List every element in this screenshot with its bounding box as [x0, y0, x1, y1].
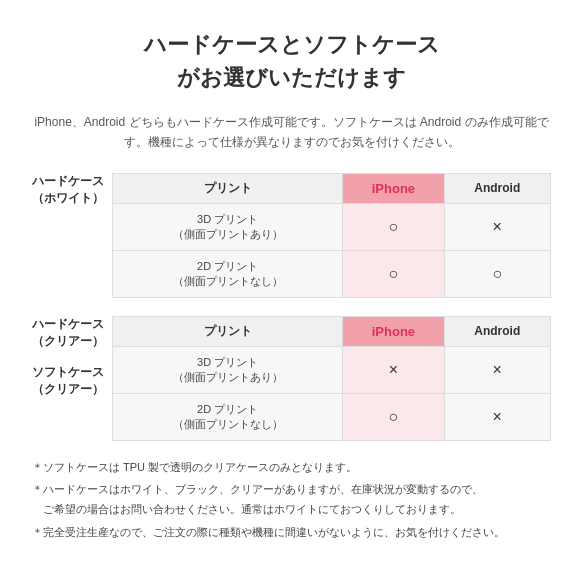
- table1-row2-android: ○: [444, 250, 550, 297]
- note-1: ＊ソフトケースは TPU 製で透明のクリアケースのみとなります。: [32, 457, 551, 477]
- table2-row2-iphone: ○: [343, 393, 444, 440]
- table1-row1-android: ×: [444, 203, 550, 250]
- title-line1: ハードケースとソフトケース: [144, 32, 440, 57]
- table1: プリント iPhone Android 3D プリント（側面プリントあり） ○ …: [112, 173, 551, 298]
- table2-header-android: Android: [444, 316, 550, 346]
- table2-row1-android: ×: [444, 346, 550, 393]
- table2-row2-print: 2D プリント（側面プリントなし）: [113, 393, 343, 440]
- subtitle: iPhone、Android どちらもハードケース作成可能です。ソフトケースは …: [32, 112, 551, 153]
- main-title: ハードケースとソフトケース がお選びいただけます: [32, 28, 551, 94]
- table2: プリント iPhone Android 3D プリント（側面プリントあり） × …: [112, 316, 551, 441]
- table1-row2-print: 2D プリント（側面プリントなし）: [113, 250, 343, 297]
- table-row: 2D プリント（側面プリントなし） ○ ×: [113, 393, 551, 440]
- table1-row1-print: 3D プリント（側面プリントあり）: [113, 203, 343, 250]
- notes-section: ＊ソフトケースは TPU 製で透明のクリアケースのみとなります。 ＊ハードケース…: [32, 457, 551, 542]
- table2-container: プリント iPhone Android 3D プリント（側面プリントあり） × …: [112, 316, 551, 441]
- table1-header-print: プリント: [113, 173, 343, 203]
- note-2: ＊ハードケースはホワイト、ブラック、クリアーがありますが、在庫状況が変動するので…: [32, 479, 551, 520]
- table-row: 2D プリント（側面プリントなし） ○ ○: [113, 250, 551, 297]
- table-row: 3D プリント（側面プリントあり） × ×: [113, 346, 551, 393]
- table2-section: ハードケース（クリアー）ソフトケース（クリアー） プリント iPhone And…: [32, 316, 551, 441]
- note-3: ＊完全受注生産なので、ご注文の際に種類や機種に間違いがないように、お気を付けくだ…: [32, 522, 551, 542]
- table1-container: プリント iPhone Android 3D プリント（側面プリントあり） ○ …: [112, 173, 551, 298]
- table1-row2-iphone: ○: [343, 250, 444, 297]
- table1-header-iphone: iPhone: [343, 173, 444, 203]
- table2-header-print: プリント: [113, 316, 343, 346]
- table2-row-label: ハードケース（クリアー）ソフトケース（クリアー）: [32, 316, 112, 398]
- table2-row1-iphone: ×: [343, 346, 444, 393]
- table2-header-iphone: iPhone: [343, 316, 444, 346]
- title-line2: がお選びいただけます: [177, 65, 406, 90]
- table1-row1-iphone: ○: [343, 203, 444, 250]
- table2-row2-android: ×: [444, 393, 550, 440]
- table2-row1-print: 3D プリント（側面プリントあり）: [113, 346, 343, 393]
- table-row: 3D プリント（側面プリントあり） ○ ×: [113, 203, 551, 250]
- table1-header-android: Android: [444, 173, 550, 203]
- page: ハードケースとソフトケース がお選びいただけます iPhone、Android …: [0, 0, 583, 568]
- table1-row-label: ハードケース（ホワイト）: [32, 173, 112, 207]
- table1-section: ハードケース（ホワイト） プリント iPhone Android 3D プリント…: [32, 173, 551, 298]
